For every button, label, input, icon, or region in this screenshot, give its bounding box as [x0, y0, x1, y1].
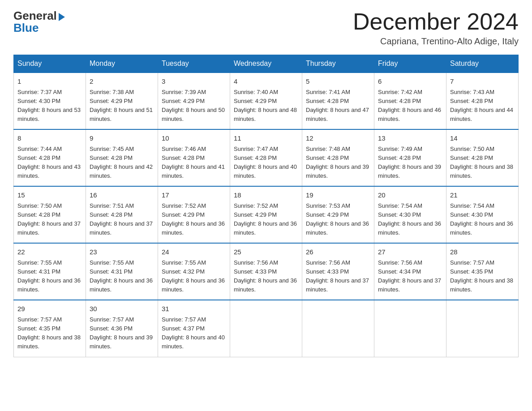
- calendar-cell: 13Sunrise: 7:49 AMSunset: 4:28 PMDayligh…: [374, 129, 446, 186]
- calendar-cell: 5Sunrise: 7:41 AMSunset: 4:28 PMDaylight…: [302, 73, 374, 129]
- day-number: 15: [17, 190, 82, 201]
- calendar-cell: 3Sunrise: 7:39 AMSunset: 4:29 PMDaylight…: [158, 73, 230, 129]
- calendar-cell: 26Sunrise: 7:56 AMSunset: 4:33 PMDayligh…: [302, 243, 374, 300]
- calendar-cell: 19Sunrise: 7:53 AMSunset: 4:29 PMDayligh…: [302, 186, 374, 243]
- header-day-sunday: Sunday: [14, 55, 86, 73]
- week-row-3: 15Sunrise: 7:50 AMSunset: 4:28 PMDayligh…: [14, 186, 519, 243]
- day-number: 8: [17, 133, 82, 144]
- title-block: December 2024 Capriana, Trentino-Alto Ad…: [353, 9, 519, 47]
- calendar-cell: 14Sunrise: 7:50 AMSunset: 4:28 PMDayligh…: [446, 129, 519, 186]
- day-info: Sunrise: 7:55 AMSunset: 4:31 PMDaylight:…: [17, 258, 82, 295]
- day-info: Sunrise: 7:48 AMSunset: 4:28 PMDaylight:…: [306, 145, 370, 181]
- calendar-cell: 28Sunrise: 7:57 AMSunset: 4:35 PMDayligh…: [446, 243, 519, 300]
- calendar-cell: 20Sunrise: 7:54 AMSunset: 4:30 PMDayligh…: [374, 186, 446, 243]
- calendar-cell: 31Sunrise: 7:57 AMSunset: 4:37 PMDayligh…: [158, 300, 230, 357]
- header-day-friday: Friday: [374, 55, 446, 73]
- logo: General Blue: [13, 9, 65, 35]
- day-info: Sunrise: 7:57 AMSunset: 4:37 PMDaylight:…: [162, 315, 226, 351]
- day-info: Sunrise: 7:40 AMSunset: 4:29 PMDaylight:…: [234, 88, 298, 124]
- day-info: Sunrise: 7:43 AMSunset: 4:28 PMDaylight:…: [450, 88, 515, 124]
- month-title: December 2024: [353, 9, 519, 34]
- calendar-cell: [446, 300, 519, 357]
- calendar-cell: 2Sunrise: 7:38 AMSunset: 4:29 PMDaylight…: [86, 73, 158, 129]
- day-number: 12: [306, 133, 370, 144]
- week-row-5: 29Sunrise: 7:57 AMSunset: 4:35 PMDayligh…: [14, 300, 519, 357]
- day-number: 1: [17, 77, 82, 87]
- day-number: 30: [90, 304, 154, 314]
- calendar-cell: 29Sunrise: 7:57 AMSunset: 4:35 PMDayligh…: [14, 300, 86, 357]
- day-info: Sunrise: 7:44 AMSunset: 4:28 PMDaylight:…: [17, 145, 82, 181]
- calendar-cell: 15Sunrise: 7:50 AMSunset: 4:28 PMDayligh…: [14, 186, 86, 243]
- logo-blue-text: Blue: [13, 21, 39, 35]
- week-row-2: 8Sunrise: 7:44 AMSunset: 4:28 PMDaylight…: [14, 129, 519, 186]
- day-number: 28: [450, 247, 515, 257]
- day-number: 22: [17, 247, 82, 257]
- day-number: 26: [306, 247, 370, 257]
- day-number: 24: [162, 247, 226, 257]
- header-day-saturday: Saturday: [446, 55, 519, 73]
- day-info: Sunrise: 7:54 AMSunset: 4:30 PMDaylight:…: [450, 201, 515, 238]
- day-number: 10: [162, 133, 226, 144]
- day-info: Sunrise: 7:57 AMSunset: 4:36 PMDaylight:…: [90, 315, 154, 351]
- logo-triangle-icon: [59, 13, 65, 21]
- day-info: Sunrise: 7:54 AMSunset: 4:30 PMDaylight:…: [378, 201, 442, 238]
- header-day-tuesday: Tuesday: [158, 55, 230, 73]
- day-number: 13: [378, 133, 442, 144]
- day-number: 11: [234, 133, 298, 144]
- day-info: Sunrise: 7:52 AMSunset: 4:29 PMDaylight:…: [162, 201, 226, 238]
- day-number: 2: [90, 77, 154, 87]
- page-header: General Blue December 2024 Capriana, Tre…: [13, 9, 519, 47]
- day-number: 9: [90, 133, 154, 144]
- calendar-cell: 4Sunrise: 7:40 AMSunset: 4:29 PMDaylight…: [230, 73, 302, 129]
- calendar-cell: 21Sunrise: 7:54 AMSunset: 4:30 PMDayligh…: [446, 186, 519, 243]
- day-number: 7: [450, 77, 515, 87]
- calendar-cell: 16Sunrise: 7:51 AMSunset: 4:28 PMDayligh…: [86, 186, 158, 243]
- day-number: 3: [162, 77, 226, 87]
- day-info: Sunrise: 7:42 AMSunset: 4:28 PMDaylight:…: [378, 88, 442, 124]
- calendar-cell: 12Sunrise: 7:48 AMSunset: 4:28 PMDayligh…: [302, 129, 374, 186]
- day-number: 16: [90, 190, 154, 201]
- day-info: Sunrise: 7:49 AMSunset: 4:28 PMDaylight:…: [378, 145, 442, 181]
- calendar-cell: 1Sunrise: 7:37 AMSunset: 4:30 PMDaylight…: [14, 73, 86, 129]
- day-info: Sunrise: 7:57 AMSunset: 4:35 PMDaylight:…: [17, 315, 82, 351]
- day-number: 27: [378, 247, 442, 257]
- week-row-4: 22Sunrise: 7:55 AMSunset: 4:31 PMDayligh…: [14, 243, 519, 300]
- header-day-wednesday: Wednesday: [230, 55, 302, 73]
- day-number: 21: [450, 190, 515, 201]
- day-info: Sunrise: 7:51 AMSunset: 4:28 PMDaylight:…: [90, 201, 154, 238]
- calendar-header: SundayMondayTuesdayWednesdayThursdayFrid…: [14, 55, 519, 73]
- calendar-cell: 24Sunrise: 7:55 AMSunset: 4:32 PMDayligh…: [158, 243, 230, 300]
- day-number: 23: [90, 247, 154, 257]
- day-number: 4: [234, 77, 298, 87]
- day-info: Sunrise: 7:50 AMSunset: 4:28 PMDaylight:…: [450, 145, 515, 181]
- day-number: 31: [162, 304, 226, 314]
- day-number: 19: [306, 190, 370, 201]
- day-info: Sunrise: 7:41 AMSunset: 4:28 PMDaylight:…: [306, 88, 370, 124]
- calendar-cell: [302, 300, 374, 357]
- day-number: 18: [234, 190, 298, 201]
- day-info: Sunrise: 7:57 AMSunset: 4:35 PMDaylight:…: [450, 258, 515, 295]
- calendar-cell: 9Sunrise: 7:45 AMSunset: 4:28 PMDaylight…: [86, 129, 158, 186]
- calendar-cell: 7Sunrise: 7:43 AMSunset: 4:28 PMDaylight…: [446, 73, 519, 129]
- day-info: Sunrise: 7:45 AMSunset: 4:28 PMDaylight:…: [90, 145, 154, 181]
- calendar-cell: 23Sunrise: 7:55 AMSunset: 4:31 PMDayligh…: [86, 243, 158, 300]
- day-info: Sunrise: 7:37 AMSunset: 4:30 PMDaylight:…: [17, 88, 82, 124]
- calendar-cell: 10Sunrise: 7:46 AMSunset: 4:28 PMDayligh…: [158, 129, 230, 186]
- header-day-thursday: Thursday: [302, 55, 374, 73]
- day-number: 29: [17, 304, 82, 314]
- day-number: 6: [378, 77, 442, 87]
- calendar-cell: 25Sunrise: 7:56 AMSunset: 4:33 PMDayligh…: [230, 243, 302, 300]
- calendar-cell: 6Sunrise: 7:42 AMSunset: 4:28 PMDaylight…: [374, 73, 446, 129]
- day-info: Sunrise: 7:56 AMSunset: 4:33 PMDaylight:…: [306, 258, 370, 295]
- day-info: Sunrise: 7:55 AMSunset: 4:32 PMDaylight:…: [162, 258, 226, 295]
- day-info: Sunrise: 7:50 AMSunset: 4:28 PMDaylight:…: [17, 201, 82, 238]
- calendar-cell: 18Sunrise: 7:52 AMSunset: 4:29 PMDayligh…: [230, 186, 302, 243]
- day-number: 17: [162, 190, 226, 201]
- day-info: Sunrise: 7:39 AMSunset: 4:29 PMDaylight:…: [162, 88, 226, 124]
- location-text: Capriana, Trentino-Alto Adige, Italy: [353, 36, 519, 47]
- calendar-cell: 30Sunrise: 7:57 AMSunset: 4:36 PMDayligh…: [86, 300, 158, 357]
- day-info: Sunrise: 7:52 AMSunset: 4:29 PMDaylight:…: [234, 201, 298, 238]
- day-info: Sunrise: 7:56 AMSunset: 4:33 PMDaylight:…: [234, 258, 298, 295]
- week-row-1: 1Sunrise: 7:37 AMSunset: 4:30 PMDaylight…: [14, 73, 519, 129]
- day-number: 14: [450, 133, 515, 144]
